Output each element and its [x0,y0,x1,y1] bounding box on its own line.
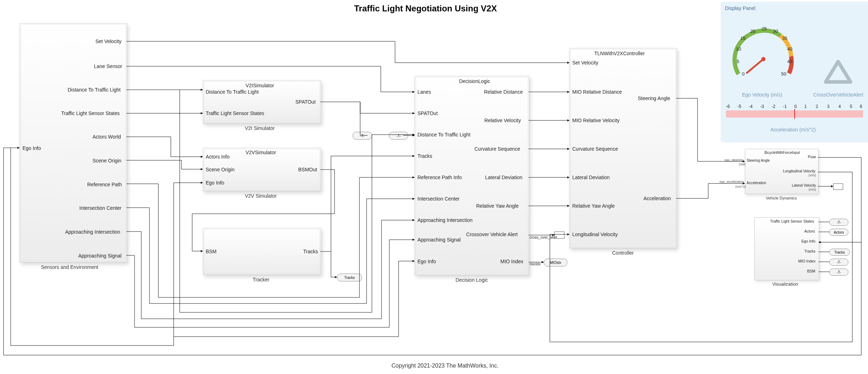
signal-wires [0,0,868,374]
